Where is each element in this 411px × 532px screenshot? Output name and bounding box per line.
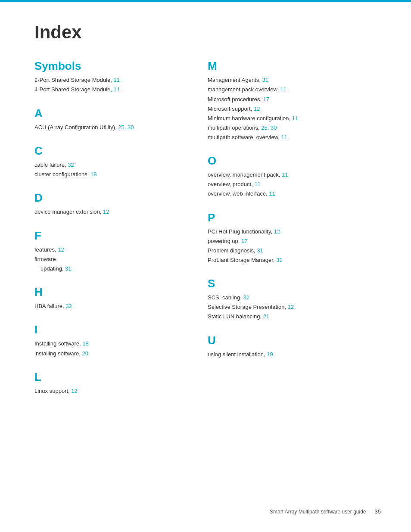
entry-text: installing software, [34, 350, 82, 357]
index-entry: Linux support, 12 [34, 386, 195, 396]
index-section: AACU (Array Configuration Utility), 25, … [34, 107, 195, 132]
index-entry: updating, 31 [34, 264, 195, 274]
entry-page-number: 11 [280, 86, 286, 93]
section-letter: O [208, 154, 368, 168]
entry-text: HBA failure, [34, 303, 65, 309]
index-section: PPCI Hot Plug functionality, 12powering … [208, 211, 368, 265]
entry-page-number: 32 [68, 162, 74, 168]
index-entry: cluster configurations, 18 [34, 170, 195, 179]
index-entry: 4-Port Shared Storage Module, 11 [34, 85, 195, 94]
entry-page-number: 12 [274, 228, 280, 235]
entry-text: SCSI cabling, [208, 294, 243, 301]
index-entry: multipath software, overview, 11 [208, 133, 368, 142]
right-column: MManagement Agents, 31management pack ov… [208, 59, 381, 408]
section-letter: D [34, 191, 195, 205]
entry-text: Microsoft procedures, [208, 96, 263, 103]
entry-text: powering up, [208, 238, 241, 244]
entry-text: device manager extension, [34, 208, 103, 215]
entry-page-number: 19 [267, 351, 273, 358]
index-entry: ACU (Array Configuration Utility), 25, 3… [34, 123, 195, 132]
page-title: Index [34, 22, 381, 42]
entry-text: updating, [40, 265, 65, 272]
section-letter: F [34, 229, 195, 243]
entry-text: ProLiant Storage Manager, [208, 257, 276, 263]
index-section: Symbols2-Port Shared Storage Module, 114… [34, 59, 195, 94]
section-letter: L [34, 370, 195, 384]
index-section: MManagement Agents, 31management pack ov… [208, 59, 368, 142]
entry-page-number: 12 [254, 106, 260, 112]
index-entry: SCSI cabling, 32 [208, 293, 368, 302]
entry-text: 4-Port Shared Storage Module, [34, 86, 114, 93]
entry-text: overview, web interface, [208, 190, 269, 197]
index-entry: 2-Port Shared Storage Module, 11 [34, 75, 195, 85]
index-entry: using silent installation, 19 [208, 350, 368, 359]
index-entry: overview, product, 11 [208, 180, 368, 189]
index-entry: overview, web interface, 11 [208, 189, 368, 199]
entry-text: Minimum hardware configuration, [208, 115, 292, 121]
left-column: Symbols2-Port Shared Storage Module, 114… [34, 59, 208, 408]
entry-text: features, [34, 246, 58, 253]
entry-text: overview, management pack, [208, 171, 282, 178]
entry-page-number: 25, 30 [261, 124, 277, 131]
page-footer: Smart Array Multipath software user guid… [270, 508, 381, 515]
section-letter: C [34, 144, 195, 158]
index-section: Ffeatures, 12firmwareupdating, 31 [34, 229, 195, 274]
index-entry: PCI Hot Plug functionality, 12 [208, 227, 368, 236]
entry-text: firmware [34, 256, 56, 262]
index-entry: overview, management pack, 11 [208, 170, 368, 180]
entry-text: Static LUN balancing, [208, 313, 263, 320]
index-entry: HBA failure, 32 [34, 302, 195, 311]
entry-page-number: 11 [281, 134, 287, 140]
entry-page-number: 32 [243, 294, 249, 301]
index-entry: cable failure, 32 [34, 160, 195, 170]
entry-page-number: 25, 30 [118, 124, 134, 131]
entry-page-number: 31 [257, 247, 263, 254]
index-entry: ProLiant Storage Manager, 31 [208, 255, 368, 265]
index-entry: Static LUN balancing, 21 [208, 312, 368, 321]
index-entry: Selective Storage Presentation, 12 [208, 302, 368, 312]
entry-text: multipath operations, [208, 124, 261, 131]
entry-text: overview, product, [208, 181, 254, 187]
entry-text: 2-Port Shared Storage Module, [34, 77, 114, 83]
index-columns: Symbols2-Port Shared Storage Module, 114… [34, 59, 381, 408]
index-section: SSCSI cabling, 32Selective Storage Prese… [208, 277, 368, 321]
entry-page-number: 21 [263, 313, 269, 320]
entry-page-number: 18 [90, 171, 97, 177]
entry-text: Microsoft support, [208, 106, 254, 112]
entry-page-number: 11 [254, 181, 260, 187]
footer-page-number: 35 [375, 508, 381, 515]
index-section: Uusing silent installation, 19 [208, 334, 368, 359]
entry-text: using silent installation, [208, 351, 267, 358]
index-entry: Microsoft procedures, 17 [208, 95, 368, 104]
section-letter: U [208, 334, 368, 347]
footer-text: Smart Array Multipath software user guid… [270, 509, 366, 515]
entry-page-number: 17 [263, 96, 269, 103]
entry-page-number: 12 [103, 208, 109, 215]
index-entry: firmware [34, 255, 195, 264]
index-entry: Microsoft support, 12 [208, 104, 368, 114]
entry-page-number: 11 [269, 190, 275, 197]
entry-page-number: 12 [71, 388, 77, 394]
entry-text: cluster configurations, [34, 171, 90, 177]
index-entry: installing software, 20 [34, 349, 195, 358]
index-entry: Installing software, 18 [34, 339, 195, 348]
index-section: HHBA failure, 32 [34, 286, 195, 311]
index-section: Ooverview, management pack, 11overview, … [208, 154, 368, 199]
section-letter: P [208, 211, 368, 224]
entry-page-number: 31 [65, 265, 71, 272]
entry-page-number: 17 [241, 238, 247, 244]
section-letter: I [34, 323, 195, 336]
section-letter: S [208, 277, 368, 290]
entry-page-number: 31 [276, 257, 282, 263]
entry-page-number: 31 [262, 77, 268, 83]
index-section: LLinux support, 12 [34, 370, 195, 396]
index-entry: Minimum hardware configuration, 11 [208, 114, 368, 123]
entry-page-number: 11 [114, 77, 120, 83]
entry-text: cable failure, [34, 162, 68, 168]
index-entry: device manager extension, 12 [34, 207, 195, 217]
index-section: Ccable failure, 32cluster configurations… [34, 144, 195, 179]
entry-text: Installing software, [34, 340, 82, 347]
index-entry: multipath operations, 25, 30 [208, 123, 368, 133]
entry-text: Management Agents, [208, 77, 262, 83]
entry-page-number: 11 [282, 171, 288, 178]
